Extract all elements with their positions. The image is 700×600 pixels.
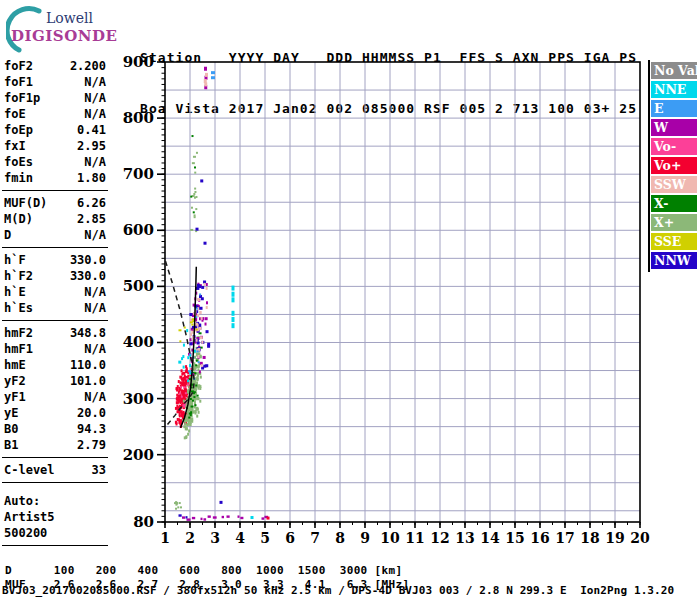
ionogram-plot: 9008007006005004003002008012345678910111… (0, 0, 700, 600)
y-axis-tick-label: 900 (123, 53, 154, 71)
y-axis-tick-label: 800 (123, 109, 154, 127)
y-axis-tick-label: 500 (123, 277, 154, 295)
x-axis-tick-label: 20 (630, 530, 650, 546)
x-axis-tick-label: 11 (405, 530, 424, 546)
legend-item-x+: X+ (651, 214, 697, 231)
x-axis-tick-label: 1 (160, 530, 170, 546)
x-axis-tick-label: 14 (480, 530, 500, 546)
y-axis-tick-label: 300 (123, 390, 154, 408)
y-axis-tick-label: 200 (123, 446, 154, 464)
legend-item-vo+: Vo+ (651, 157, 697, 174)
y-axis-tick-label: 600 (123, 221, 154, 239)
x-axis-tick-label: 5 (260, 530, 270, 546)
y-axis-tick-label: 400 (123, 333, 154, 351)
x-axis-tick-label: 17 (555, 530, 574, 546)
legend-item-e: E (651, 100, 697, 117)
x-axis-tick-label: 12 (430, 530, 449, 546)
x-axis-tick-label: 13 (455, 530, 474, 546)
x-axis-tick-label: 19 (605, 530, 624, 546)
legend-item-x-: X- (651, 195, 697, 212)
x-axis-tick-label: 10 (380, 530, 400, 546)
legend-item-nnw: NNW (651, 252, 697, 269)
doppler-direction-legend: No ValNNEEWVo-Vo+SSWX-X+SSENNW (651, 62, 697, 271)
status-line: BVJ03_2017002085000.RSF / 380fx512h 50 k… (2, 584, 674, 597)
legend-item-w: W (651, 119, 697, 136)
x-axis-tick-label: 4 (235, 530, 245, 546)
legend-divider (648, 60, 650, 272)
ionogram-app: Lowell DIGISONDE Station YYYY DAY DDD HH… (0, 0, 700, 600)
legend-item-nne: NNE (651, 81, 697, 98)
x-axis-tick-label: 6 (285, 530, 295, 546)
legend-item-sse: SSE (651, 233, 697, 250)
x-axis-tick-label: 18 (580, 530, 599, 546)
d-row: D 100 200 400 600 800 1000 1500 3000 [km… (5, 564, 402, 577)
x-axis-tick-label: 16 (530, 530, 549, 546)
x-axis-tick-label: 8 (335, 530, 345, 546)
y-axis-tick-label: 80 (133, 513, 154, 531)
legend-item-noval: No Val (651, 62, 697, 79)
x-axis-tick-label: 9 (360, 530, 370, 546)
x-axis-tick-label: 2 (185, 530, 195, 546)
x-axis-tick-label: 15 (505, 530, 524, 546)
legend-item-ssw: SSW (651, 176, 697, 193)
x-axis-tick-label: 7 (310, 530, 320, 546)
x-axis-tick-label: 3 (210, 530, 220, 546)
y-axis-tick-label: 700 (123, 165, 154, 183)
legend-item-vo-: Vo- (651, 138, 697, 155)
